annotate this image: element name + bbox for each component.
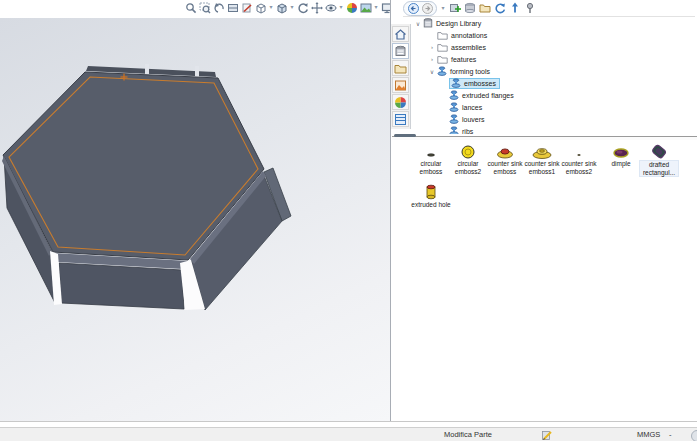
library-item-label: circular emboss2: [448, 160, 488, 175]
forming-tool-icon: [437, 66, 447, 76]
tree-item-assemblies[interactable]: › assemblies: [411, 41, 696, 53]
tab-appearances[interactable]: [392, 94, 409, 110]
tree-item-embosses[interactable]: embosses: [411, 77, 696, 89]
forming-tool-icon: [451, 78, 461, 88]
library-item-extruded-hole[interactable]: extruded hole: [411, 183, 451, 209]
3d-drawing-view-dropdown-icon[interactable]: ▾: [268, 1, 274, 14]
library-item-counter-sink-emboss[interactable]: counter sink emboss: [485, 142, 525, 175]
part-front-flange[interactable]: [59, 263, 184, 309]
tree-item-forming-tools[interactable]: ∨ forming tools: [411, 65, 696, 77]
library-item-label: drafted rectangul...: [639, 160, 679, 177]
library-item-drafted-rectangular[interactable]: drafted rectangul...: [639, 142, 679, 177]
tree-item-design-library[interactable]: ∨ Design Library: [411, 17, 696, 29]
3d-drawing-view-icon[interactable]: [254, 1, 267, 14]
gold-dome-thumbnail-icon: [485, 142, 525, 159]
hide-show-items-dropdown-icon[interactable]: ▾: [338, 1, 344, 14]
design-library-tree: ∨ Design Library annotations › assemblie…: [411, 17, 696, 134]
task-pane: ▾: [390, 0, 697, 427]
yellow-circle-thumbnail-icon: [448, 142, 488, 159]
tree-item-ribs[interactable]: ribs: [411, 125, 696, 134]
library-item-counter-sink-emboss2[interactable]: counter sink emboss2: [559, 142, 599, 175]
tree-item-label: extruded flanges: [462, 92, 514, 99]
tree-item-label: Design Library: [436, 20, 481, 27]
hide-show-items-icon[interactable]: [324, 1, 337, 14]
status-dash[interactable]: -: [669, 430, 672, 439]
chevron-collapsed-icon[interactable]: ›: [427, 56, 437, 62]
yellow-cylinder-thumbnail-icon: [411, 183, 451, 200]
library-item-label: dimple: [601, 160, 641, 168]
edit-appearance-icon[interactable]: [345, 1, 358, 14]
design-library-toolbar: ▾: [403, 0, 695, 17]
forward-icon[interactable]: [421, 2, 433, 14]
library-item-counter-sink-emboss1[interactable]: counter sink emboss1: [522, 142, 562, 175]
back-icon[interactable]: [407, 2, 419, 14]
folder-icon: [437, 31, 448, 40]
apply-scene-dropdown-icon[interactable]: ▾: [373, 1, 379, 14]
tree-item-label: assemblies: [451, 44, 486, 51]
gold-hat-thumbnail-icon: [522, 142, 562, 159]
apply-scene-icon[interactable]: [359, 1, 372, 14]
graphics-viewport[interactable]: [0, 18, 390, 421]
tab-view-palette[interactable]: [392, 77, 409, 93]
pan-icon[interactable]: [310, 1, 323, 14]
tree-item-lances[interactable]: lances: [411, 101, 696, 113]
view-orientation-icon[interactable]: [275, 1, 288, 14]
library-item-label: counter sink emboss1: [522, 160, 562, 175]
dynamic-annotation-views-icon[interactable]: [240, 1, 253, 14]
add-file-location-icon[interactable]: [464, 2, 476, 14]
status-help-icon[interactable]: [691, 430, 697, 441]
tree-item-extruded-flanges[interactable]: extruded flanges: [411, 89, 696, 101]
tree-selection: embosses: [449, 78, 500, 89]
tree-item-label: features: [451, 56, 476, 63]
tree-item-louvers[interactable]: louvers: [411, 113, 696, 125]
refresh-icon[interactable]: [494, 2, 506, 14]
heads-up-view-toolbar: ▾ ▾ ▾ ▾ ▾: [184, 1, 400, 14]
add-to-library-icon[interactable]: [449, 2, 461, 14]
library-item-dimple[interactable]: dimple: [601, 142, 641, 168]
tab-home[interactable]: [392, 26, 409, 42]
chevron-expanded-icon[interactable]: ∨: [413, 20, 423, 27]
zoom-to-fit-icon[interactable]: [184, 1, 197, 14]
status-mode-text: Modifica Parte: [444, 430, 492, 439]
tab-design-library[interactable]: [392, 43, 409, 59]
previous-view-icon[interactable]: [212, 1, 225, 14]
splitter-handle-icon[interactable]: [394, 134, 416, 137]
forming-tool-icon: [449, 126, 459, 134]
tree-item-label: embosses: [464, 80, 496, 87]
tiny-dot-thumbnail-icon: [559, 142, 599, 159]
part-rip-gap-back2: [195, 66, 199, 78]
purple-ellipse-thumbnail-icon: [601, 142, 641, 159]
rotate-view-icon[interactable]: [296, 1, 309, 14]
folder-icon: [437, 43, 448, 52]
tree-item-label: annotations: [451, 32, 487, 39]
tree-item-features[interactable]: › features: [411, 53, 696, 65]
zoom-to-area-icon[interactable]: [198, 1, 211, 14]
library-item-circular-emboss[interactable]: circular emboss: [411, 142, 451, 175]
status-units[interactable]: MMGS: [637, 430, 660, 439]
task-pane-tabs: [391, 24, 411, 129]
pushpin-icon[interactable]: [524, 2, 536, 14]
section-view-icon[interactable]: [226, 1, 239, 14]
create-new-folder-icon[interactable]: [479, 2, 491, 14]
chevron-collapsed-icon[interactable]: ›: [427, 44, 437, 50]
tab-file-explorer[interactable]: [392, 60, 409, 76]
flat-disc-thumbnail-icon: [411, 142, 451, 159]
view-orientation-dropdown-icon[interactable]: ▾: [289, 1, 295, 14]
dark-rounded-rect-thumbnail-icon: [639, 142, 679, 159]
chevron-expanded-icon[interactable]: ∨: [427, 68, 437, 75]
library-item-label: circular emboss: [411, 160, 451, 175]
tree-item-label: louvers: [462, 116, 485, 123]
library-item-label: counter sink emboss2: [559, 160, 599, 175]
tree-item-label: ribs: [462, 128, 473, 135]
library-item-label: counter sink emboss: [485, 160, 525, 175]
tab-custom-properties[interactable]: [392, 111, 409, 127]
move-up-icon[interactable]: [509, 2, 521, 14]
design-library-icon: [423, 18, 433, 29]
status-bar: Modifica Parte MMGS -: [0, 427, 697, 441]
library-item-circular-emboss2[interactable]: circular emboss2: [448, 142, 488, 175]
nav-dropdown-icon[interactable]: ▾: [440, 2, 446, 15]
navigation-group: [403, 1, 437, 16]
tree-item-label: lances: [462, 104, 482, 111]
part-canvas[interactable]: [0, 18, 390, 421]
tree-item-annotations[interactable]: annotations: [411, 29, 696, 41]
